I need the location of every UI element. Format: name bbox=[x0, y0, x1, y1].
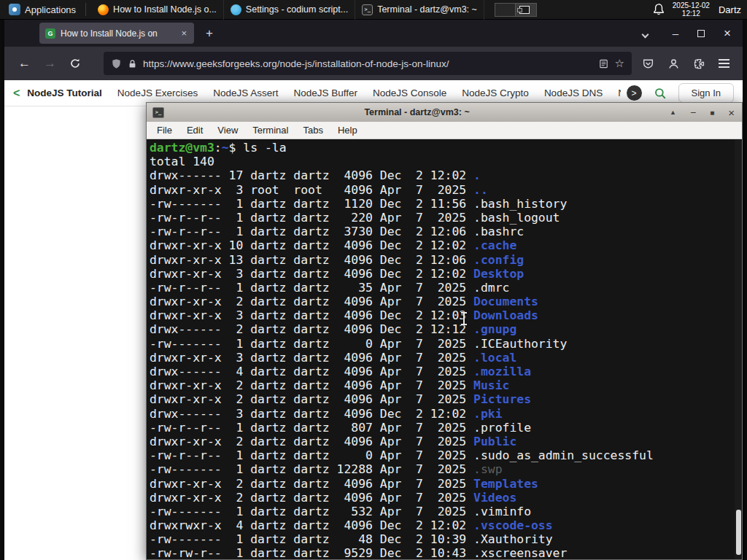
terminal-maximize-button[interactable]: ■ bbox=[710, 109, 714, 117]
terminal-menu-file[interactable]: File bbox=[150, 122, 179, 139]
maximize-button[interactable] bbox=[697, 30, 705, 37]
lock-icon[interactable] bbox=[128, 59, 137, 69]
forward-button[interactable]: → bbox=[37, 56, 63, 71]
terminal-scrollbar-thumb[interactable] bbox=[736, 510, 741, 555]
close-button[interactable]: × bbox=[724, 26, 731, 41]
terminal-screen[interactable]: dartz@vm3:~$ ls -la total 140 drwx------… bbox=[147, 139, 742, 559]
back-button[interactable]: ← bbox=[12, 56, 37, 71]
minimize-button[interactable]: – bbox=[673, 27, 678, 39]
terminal-menu-terminal[interactable]: Terminal bbox=[245, 122, 295, 139]
terminal-app-icon: >_ bbox=[152, 107, 164, 118]
terminal-menu-tabs[interactable]: Tabs bbox=[295, 122, 330, 139]
gfg-nav-link[interactable]: Node bbox=[618, 88, 620, 98]
workspace-switcher[interactable] bbox=[495, 3, 537, 17]
terminal-menu-edit[interactable]: Edit bbox=[179, 122, 210, 139]
ls-line-meta: drwx------ 4 dartz dartz 4096 Apr 7 2025 bbox=[150, 365, 473, 378]
gfg-nav-link[interactable]: NodeJS Buffer bbox=[293, 88, 357, 98]
reader-mode-icon[interactable] bbox=[598, 58, 609, 69]
pocket-icon[interactable] bbox=[642, 58, 654, 70]
ls-line-meta: drwxrwxr-x 4 dartz dartz 4096 Dec 2 12:0… bbox=[150, 518, 473, 532]
firefox-icon bbox=[98, 4, 109, 15]
tab-close-icon[interactable]: × bbox=[179, 28, 188, 39]
prompt-command: ls -la bbox=[243, 141, 286, 155]
firefox-tab-bar: G How to Install Node.js on × + – × bbox=[4, 20, 743, 47]
sign-in-button[interactable]: Sign In bbox=[678, 83, 734, 103]
panel-window-button[interactable]: How to Install Node.js o... bbox=[91, 0, 224, 20]
workspace-1[interactable] bbox=[495, 4, 516, 16]
terminal-menu-view[interactable]: View bbox=[210, 122, 245, 139]
terminal-prompt-line: dartz@vm3:~$ ls -la bbox=[150, 141, 742, 155]
reload-button[interactable] bbox=[63, 58, 88, 69]
ls-line-meta: drwxr-xr-x 2 dartz dartz 4096 Apr 7 2025 bbox=[150, 295, 473, 308]
terminal-window-controls: ▲ − ■ × bbox=[670, 106, 735, 119]
ls-line: -rw-r--r-- 1 dartz dartz 35 Apr 7 2025 .… bbox=[150, 281, 742, 295]
ls-line: -rw-rw-r-- 1 dartz dartz 9529 Dec 2 10:4… bbox=[150, 546, 742, 559]
prompt-path: ~ bbox=[222, 141, 229, 155]
ls-line-meta: -rw------- 1 dartz dartz 12288 Apr 7 202… bbox=[150, 462, 473, 476]
ls-line-meta: -rw------- 1 dartz dartz 0 Apr 7 2025 bbox=[150, 337, 473, 351]
account-icon[interactable] bbox=[667, 58, 680, 70]
ls-line-name: . bbox=[473, 168, 481, 182]
ls-line-meta: drwxr-xr-x 2 dartz dartz 4096 Apr 7 2025 bbox=[150, 435, 473, 448]
workspace-2[interactable] bbox=[515, 4, 536, 16]
ls-line-meta: drwxr-xr-x 2 dartz dartz 4096 Apr 7 2025 bbox=[150, 378, 473, 392]
gfg-scroll-left-icon[interactable]: < bbox=[13, 87, 20, 100]
extensions-puzzle-icon[interactable] bbox=[693, 58, 705, 70]
url-bar[interactable]: https://www.geeksforgeeks.org/node-js/in… bbox=[104, 52, 632, 75]
ls-line: drwxr-xr-x 2 dartz dartz 4096 Apr 7 2025… bbox=[150, 435, 742, 448]
gfg-nav-link[interactable]: NodeJS Assert bbox=[213, 88, 278, 98]
notification-bell-icon[interactable] bbox=[652, 3, 665, 16]
gfg-nav-link[interactable]: NodeJS Tutorial bbox=[27, 88, 102, 98]
ls-line-meta: drwxr-xr-x 3 dartz dartz 4096 Dec 2 12:0… bbox=[150, 267, 473, 281]
ls-line-name: Music bbox=[473, 378, 509, 392]
ls-line: drwxr-xr-x 3 dartz dartz 4096 Apr 7 2025… bbox=[150, 351, 742, 365]
terminal-menu-help[interactable]: Help bbox=[330, 122, 365, 139]
ls-line-name: .profile bbox=[473, 421, 531, 435]
ls-line: drwxr-xr-x 2 dartz dartz 4096 Apr 7 2025… bbox=[150, 477, 742, 491]
terminal-close-button[interactable]: × bbox=[728, 106, 735, 119]
panel-clock[interactable]: 2025-12-02 12:12 bbox=[673, 1, 710, 18]
panel-window-buttons: How to Install Node.js o...Settings - co… bbox=[91, 0, 484, 20]
ls-line-name: .bashrc bbox=[473, 225, 524, 238]
ls-line-meta: drwxr-xr-x 3 dartz dartz 4096 Dec 2 12:0… bbox=[150, 308, 473, 322]
applications-icon bbox=[9, 4, 20, 15]
applications-menu-button[interactable]: Applications bbox=[4, 0, 80, 20]
panel-separator bbox=[85, 3, 86, 16]
panel-window-button[interactable]: >_Terminal - dartz@vm3: ~ bbox=[355, 0, 484, 20]
terminal-titlebar[interactable]: >_ Terminal - dartz@vm3: ~ ▲ − ■ × bbox=[147, 103, 742, 122]
shield-icon[interactable] bbox=[111, 58, 122, 69]
gfg-scroll-right-icon[interactable]: > bbox=[627, 85, 642, 101]
terminal-minimize-button[interactable]: − bbox=[690, 106, 696, 118]
tab-title: How to Install Node.js on bbox=[61, 28, 174, 39]
browser-tab[interactable]: G How to Install Node.js on × bbox=[39, 23, 194, 44]
shade-button[interactable]: ▲ bbox=[670, 109, 676, 116]
gfg-nav-link[interactable]: NodeJS Crypto bbox=[462, 88, 529, 98]
ls-line: -rw-r--r-- 1 dartz dartz 220 Apr 7 2025 … bbox=[150, 211, 742, 225]
ls-line: -rw------- 1 dartz dartz 12288 Apr 7 202… bbox=[150, 462, 742, 476]
menu-hamburger-icon[interactable] bbox=[719, 59, 729, 68]
mouse-cursor-ibeam bbox=[461, 312, 467, 325]
url-text[interactable]: https://www.geeksforgeeks.org/node-js/in… bbox=[143, 58, 592, 69]
ls-line-name: .vscode-oss bbox=[473, 518, 553, 532]
panel-window-label: How to Install Node.js o... bbox=[113, 4, 217, 15]
new-tab-button[interactable]: + bbox=[201, 26, 217, 41]
ls-line: drwx------ 17 dartz dartz 4096 Dec 2 12:… bbox=[150, 168, 742, 182]
panel-window-button[interactable]: Settings - codium script... bbox=[224, 0, 355, 20]
firefox-nav-toolbar: ← → https://www.geeksforgeeks.org/node-j… bbox=[4, 47, 743, 80]
list-all-tabs-icon[interactable] bbox=[640, 24, 651, 43]
terminal-scrollbar[interactable] bbox=[735, 139, 742, 559]
ls-line-meta: -rw------- 1 dartz dartz 48 Dec 2 10:39 bbox=[150, 532, 473, 546]
gfg-nav-link[interactable]: NodeJS Console bbox=[373, 88, 446, 98]
ls-line: -rw------- 1 dartz dartz 1120 Dec 2 11:5… bbox=[150, 197, 742, 211]
codium-icon bbox=[231, 4, 241, 15]
ls-line: drwxr-xr-x 13 dartz dartz 4096 Dec 2 12:… bbox=[150, 253, 742, 267]
panel-window-label: Terminal - dartz@vm3: ~ bbox=[377, 4, 477, 15]
gfg-nav-link[interactable]: NodeJS DNS bbox=[544, 88, 603, 98]
gfg-search-icon[interactable] bbox=[654, 87, 667, 100]
ls-line: -rw-r--r-- 1 dartz dartz 807 Apr 7 2025 … bbox=[150, 421, 742, 435]
ls-line-meta: -rw-r--r-- 1 dartz dartz 3730 Dec 2 12:0… bbox=[150, 225, 473, 238]
bookmark-star-icon[interactable]: ☆ bbox=[615, 57, 624, 70]
ls-line-meta: -rw-rw-r-- 1 dartz dartz 9529 Dec 2 10:4… bbox=[150, 546, 473, 559]
gfg-nav-link[interactable]: NodeJS Exercises bbox=[117, 88, 198, 98]
ls-line: drwxr-xr-x 10 dartz dartz 4096 Dec 2 12:… bbox=[150, 238, 742, 252]
